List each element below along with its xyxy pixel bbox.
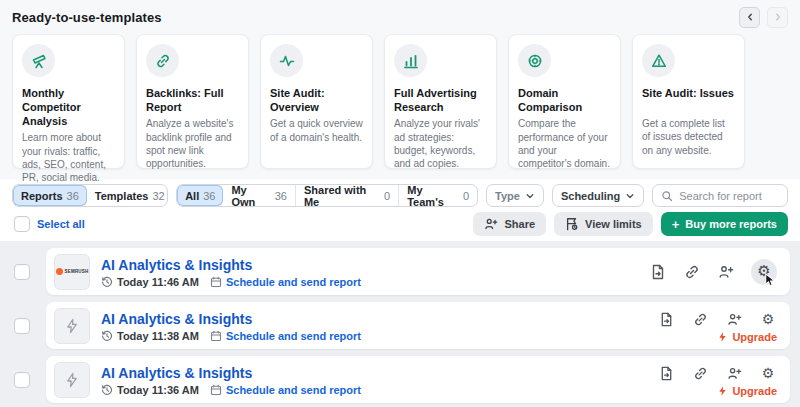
report-card[interactable]: AI Analytics & Insights Today 11:38 AM — [46, 302, 790, 349]
calendar-icon — [210, 330, 222, 342]
report-time: Today 11:36 AM — [101, 384, 199, 396]
activity-icon — [270, 44, 303, 77]
dropdown-label: Type — [495, 190, 520, 202]
select-all-wrap: Select all — [12, 216, 85, 232]
upgrade-link[interactable]: Upgrade — [717, 385, 777, 397]
lightning-icon — [717, 385, 728, 397]
report-title-link[interactable]: AI Analytics & Insights — [101, 257, 252, 273]
link-icon — [146, 44, 179, 77]
chevron-right-icon — [773, 12, 783, 22]
template-card-domain-comparison[interactable]: Domain Comparison Compare the performanc… — [508, 34, 621, 169]
page-title: Ready-to-use-templates — [12, 10, 162, 25]
report-thumbnail-draft — [54, 308, 90, 344]
export-document-icon[interactable] — [657, 364, 675, 382]
upgrade-label: Upgrade — [732, 385, 777, 397]
templates-section: Ready-to-use-templates Mo — [0, 0, 800, 179]
type-dropdown[interactable]: Type — [486, 184, 544, 207]
view-limits-label: View limits — [585, 218, 642, 230]
template-description: Get a complete list of issues detected o… — [642, 117, 735, 157]
tab-label: Reports — [21, 190, 63, 202]
row-checkbox[interactable] — [14, 318, 30, 334]
lightning-icon — [64, 318, 80, 334]
tab-shared-with-me[interactable]: Shared with Me 0 — [295, 185, 398, 206]
filter-row: Reports 36 Templates 32 All 36 My Own 36 — [12, 184, 788, 207]
report-time: Today 11:38 AM — [101, 330, 199, 342]
tab-my-own[interactable]: My Own 36 — [223, 185, 295, 206]
semrush-logo-text: SEMRUSH — [65, 269, 89, 274]
select-all-checkbox[interactable] — [14, 216, 30, 232]
report-time: Today 11:46 AM — [101, 276, 199, 288]
template-description: Learn more about your rivals: traffic, a… — [22, 131, 115, 185]
template-title: Site Audit: Overview — [270, 86, 363, 114]
export-document-icon[interactable] — [649, 263, 667, 281]
tab-templates[interactable]: Templates 32 — [87, 185, 168, 206]
template-title: Full Advertising Research — [394, 86, 487, 114]
schedule-and-send-link[interactable]: Schedule and send report — [210, 276, 361, 288]
schedule-and-send-link[interactable]: Schedule and send report — [210, 384, 361, 396]
export-document-icon[interactable] — [657, 310, 675, 328]
tab-count: 32 — [152, 190, 164, 202]
gear-icon: ⚙ — [757, 264, 770, 279]
tab-label: My Team's — [407, 184, 459, 207]
upgrade-label: Upgrade — [732, 331, 777, 343]
carousel-next-button[interactable] — [767, 7, 788, 28]
row-checkbox[interactable] — [14, 264, 30, 280]
template-description: Compare the performance of your and your… — [518, 117, 611, 171]
buy-more-reports-button[interactable]: + Buy more reports — [661, 212, 788, 236]
chevron-left-icon — [745, 12, 755, 22]
tab-count: 0 — [463, 190, 469, 202]
select-all-label[interactable]: Select all — [37, 218, 85, 230]
scheduling-dropdown[interactable]: Scheduling — [552, 184, 644, 207]
tab-all[interactable]: All 36 — [177, 185, 223, 206]
report-card[interactable]: AI Analytics & Insights Today 11:36 AM — [46, 356, 790, 403]
template-card-backlinks-full-report[interactable]: Backlinks: Full Report Analyze a website… — [136, 34, 249, 169]
report-card[interactable]: SEMRUSH AI Analytics & Insights Today 11… — [46, 248, 790, 295]
add-user-icon[interactable] — [725, 364, 743, 382]
carousel-prev-button[interactable] — [739, 7, 760, 28]
report-actions: ⚙ Upgrade — [657, 362, 777, 397]
add-user-icon — [484, 217, 498, 231]
settings-gear-button[interactable]: ⚙ — [759, 364, 777, 382]
scope-tabs: All 36 My Own 36 Shared with Me 0 My Tea… — [176, 184, 478, 207]
template-card-full-advertising-research[interactable]: Full Advertising Research Analyze your r… — [384, 34, 497, 169]
report-thumbnail-semrush: SEMRUSH — [54, 254, 90, 290]
gear-icon: ⚙ — [762, 366, 775, 380]
templates-header: Ready-to-use-templates — [12, 6, 788, 28]
search-input[interactable] — [679, 190, 779, 202]
schedule-and-send-link[interactable]: Schedule and send report — [210, 330, 361, 342]
add-user-icon[interactable] — [717, 263, 735, 281]
plus-icon: + — [672, 218, 680, 231]
limits-icon — [565, 217, 579, 231]
gear-icon: ⚙ — [762, 312, 775, 326]
copy-link-icon[interactable] — [691, 364, 709, 382]
report-title-link[interactable]: AI Analytics & Insights — [101, 365, 252, 381]
buy-more-reports-label: Buy more reports — [685, 218, 777, 230]
calendar-icon — [210, 276, 222, 288]
tab-count: 0 — [384, 190, 390, 202]
share-button[interactable]: Share — [473, 212, 546, 236]
report-title-link[interactable]: AI Analytics & Insights — [101, 311, 252, 327]
tab-count: 36 — [67, 190, 79, 202]
actions-row: Select all Share View limits + — [12, 212, 788, 236]
coin-icon — [518, 44, 551, 77]
tab-my-teams[interactable]: My Team's 0 — [398, 185, 477, 206]
tab-count: 36 — [203, 190, 215, 202]
tab-reports[interactable]: Reports 36 — [13, 185, 87, 206]
row-checkbox[interactable] — [14, 372, 30, 388]
template-card-site-audit-issues[interactable]: Site Audit: Issues Get a complete list o… — [632, 34, 745, 169]
copy-link-icon[interactable] — [691, 310, 709, 328]
upgrade-link[interactable]: Upgrade — [717, 331, 777, 343]
settings-gear-button[interactable]: ⚙ — [759, 310, 777, 328]
template-description: Analyze your rivals' ad strategies: budg… — [394, 117, 487, 171]
view-tabs: Reports 36 Templates 32 — [12, 184, 168, 207]
report-meta: Today 11:46 AM Schedule and send report — [101, 276, 649, 288]
add-user-icon[interactable] — [725, 310, 743, 328]
template-card-site-audit-overview[interactable]: Site Audit: Overview Get a quick overvie… — [260, 34, 373, 169]
template-card-monthly-competitor-analysis[interactable]: Monthly Competitor Analysis Learn more a… — [12, 34, 125, 169]
report-meta: Today 11:38 AM Schedule and send report — [101, 330, 657, 342]
history-icon — [101, 276, 113, 288]
settings-gear-button[interactable]: ⚙ — [751, 259, 777, 285]
calendar-icon — [210, 384, 222, 396]
copy-link-icon[interactable] — [683, 263, 701, 281]
view-limits-button[interactable]: View limits — [554, 212, 653, 236]
